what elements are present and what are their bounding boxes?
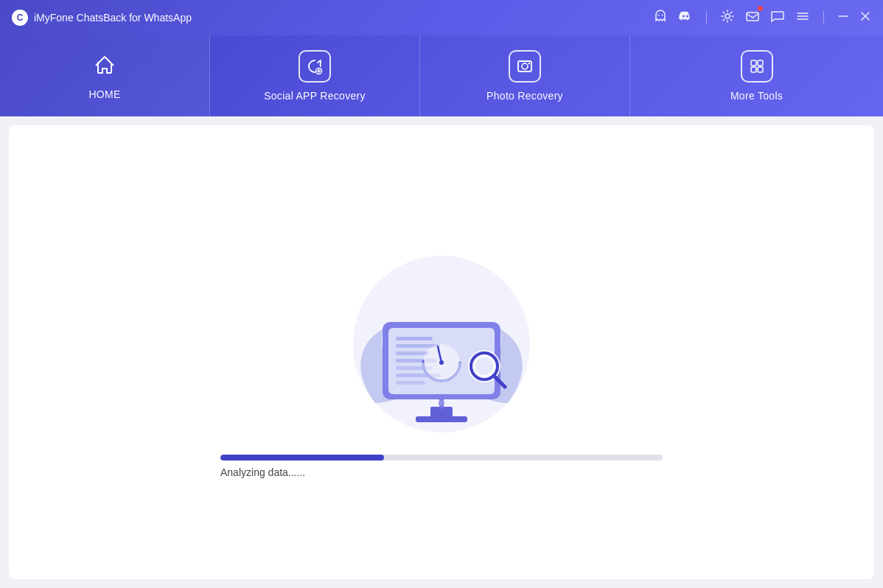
- titlebar-actions: [653, 9, 871, 27]
- nav-photo[interactable]: Photo Recovery: [420, 35, 630, 116]
- divider2: [823, 11, 824, 24]
- nav-home-label: HOME: [88, 88, 120, 100]
- settings-icon[interactable]: [720, 9, 735, 27]
- svg-rect-16: [751, 60, 756, 66]
- minimize-button[interactable]: [837, 10, 849, 25]
- nav-home[interactable]: HOME: [0, 35, 210, 116]
- svg-rect-18: [751, 67, 756, 72]
- svg-point-2: [658, 15, 660, 16]
- svg-rect-27: [396, 337, 433, 340]
- progress-label: Analyzing data......: [220, 466, 305, 478]
- svg-rect-33: [396, 381, 425, 385]
- svg-rect-19: [758, 67, 763, 72]
- ghost-icon[interactable]: [653, 9, 668, 27]
- nav-more[interactable]: More Tools: [630, 35, 883, 116]
- nav-more-label: More Tools: [730, 90, 783, 102]
- main-content: Analyzing data......: [9, 125, 874, 579]
- mail-badge: [758, 6, 763, 11]
- svg-point-15: [528, 63, 530, 64]
- divider: [706, 11, 707, 24]
- svg-point-4: [725, 14, 730, 18]
- chat-icon[interactable]: [770, 9, 785, 27]
- svg-text:C: C: [17, 13, 24, 23]
- photo-icon-box: [509, 50, 541, 83]
- more-icon-box: [741, 50, 773, 83]
- navbar: HOME Social APP Recovery Photo Recovery: [0, 35, 883, 116]
- social-icon-box: [299, 50, 331, 83]
- discord-icon[interactable]: [678, 9, 693, 27]
- home-icon: [91, 52, 118, 81]
- svg-point-14: [522, 63, 528, 69]
- svg-point-41: [475, 357, 493, 375]
- svg-rect-29: [396, 351, 429, 355]
- svg-rect-5: [747, 13, 758, 21]
- app-logo: C: [12, 10, 28, 26]
- svg-point-38: [439, 360, 444, 365]
- close-button[interactable]: [859, 10, 871, 25]
- analyzing-illustration: [287, 226, 596, 433]
- svg-rect-22: [416, 416, 467, 422]
- titlebar: C iMyFone ChatsBack for WhatsApp: [0, 0, 883, 35]
- progress-track: [220, 455, 663, 461]
- progress-fill: [220, 455, 384, 461]
- svg-point-26: [439, 400, 444, 406]
- svg-point-3: [662, 15, 663, 16]
- nav-social[interactable]: Social APP Recovery: [210, 35, 420, 116]
- nav-photo-label: Photo Recovery: [486, 90, 563, 102]
- mail-icon[interactable]: [745, 9, 760, 27]
- progress-container: Analyzing data......: [220, 455, 663, 478]
- nav-social-label: Social APP Recovery: [264, 90, 366, 102]
- menu-icon[interactable]: [795, 9, 810, 27]
- app-title: iMyFone ChatsBack for WhatsApp: [34, 12, 653, 24]
- svg-rect-17: [758, 60, 763, 66]
